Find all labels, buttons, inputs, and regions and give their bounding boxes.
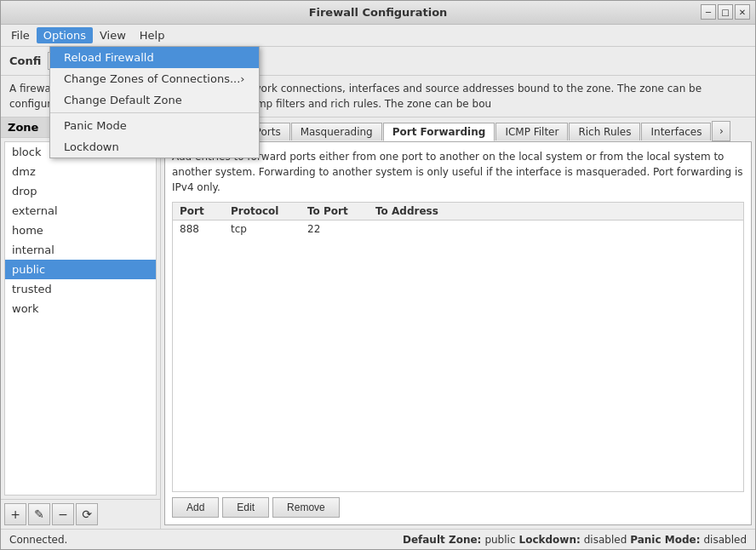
col-port: Port — [180, 205, 231, 217]
cell-to-address — [375, 223, 736, 235]
close-button[interactable]: ✕ — [735, 4, 750, 20]
add-button[interactable]: Add — [172, 497, 219, 518]
col-protocol: Protocol — [231, 205, 307, 217]
default-zone-value: public — [484, 534, 515, 546]
zone-entry-trusted[interactable]: trusted — [5, 279, 156, 299]
window-title: Firewall Configuration — [309, 6, 448, 19]
menu-item-lockdown-label: Lockdown — [64, 140, 119, 153]
zones-toolbar: + ✎ − ⟳ — [1, 499, 160, 529]
menu-file[interactable]: File — [4, 27, 37, 43]
lockdown-value: disabled — [584, 534, 627, 546]
tab-interfaces[interactable]: Interfaces — [641, 123, 711, 140]
zone-entry-home[interactable]: home — [5, 221, 156, 240]
default-zone-label: Default Zone: — [403, 534, 481, 546]
tab-masquerading[interactable]: Masquerading — [291, 123, 382, 140]
tabs-next-button[interactable]: › — [712, 121, 730, 141]
zones-panel: Zone blockdmzdropexternalhomeinternalpub… — [1, 117, 161, 529]
action-buttons: Add Edit Remove — [172, 492, 744, 518]
tabs-panel: ‹ ServicesPortsMasqueradingPort Forwardi… — [161, 117, 755, 529]
zones-reload-button[interactable]: ⟳ — [76, 503, 98, 525]
tab-port-forwarding[interactable]: Port Forwarding — [383, 123, 495, 141]
remove-button[interactable]: Remove — [272, 497, 340, 518]
status-bar: Connected. Default Zone: public Lockdown… — [1, 529, 755, 549]
menu-item-panic-label: Panic Mode — [64, 119, 127, 132]
menu-options[interactable]: Options — [37, 27, 93, 43]
status-right: Default Zone: public Lockdown: disabled … — [403, 534, 747, 546]
menu-divider — [50, 112, 259, 113]
col-to-port: To Port — [307, 205, 375, 217]
zone-entry-drop[interactable]: drop — [5, 181, 156, 201]
table-row[interactable]: 888 tcp 22 — [173, 221, 743, 238]
menu-item-change-zones[interactable]: Change Zones of Connections... › — [50, 68, 259, 89]
zone-entry-external[interactable]: external — [5, 201, 156, 221]
submenu-arrow-icon: › — [240, 72, 244, 85]
zone-entry-public[interactable]: public — [5, 260, 156, 279]
zones-add-button[interactable]: + — [4, 503, 26, 525]
table-body: 888 tcp 22 — [173, 221, 743, 374]
port-forwarding-table: Port Protocol To Port To Address 888 tcp… — [172, 202, 744, 492]
zone-entry-work[interactable]: work — [5, 299, 156, 318]
lockdown-label: Lockdown: — [518, 534, 580, 546]
cell-port: 888 — [180, 223, 231, 235]
title-bar: Firewall Configuration ─ □ ✕ — [1, 1, 755, 25]
status-connected: Connected. — [9, 534, 67, 546]
menu-item-change-zones-label: Change Zones of Connections... — [64, 72, 240, 85]
zones-remove-button[interactable]: − — [52, 503, 74, 525]
table-header: Port Protocol To Port To Address — [173, 203, 743, 221]
col-to-address: To Address — [375, 205, 736, 217]
options-dropdown: Reload Firewalld Change Zones of Connect… — [49, 46, 260, 158]
menu-item-lockdown[interactable]: Lockdown — [50, 136, 259, 158]
window-controls: ─ □ ✕ — [701, 4, 750, 20]
cell-protocol: tcp — [231, 223, 307, 235]
tab-rich-rules[interactable]: Rich Rules — [569, 123, 640, 140]
zone-entry-internal[interactable]: internal — [5, 240, 156, 260]
zones-edit-button[interactable]: ✎ — [28, 503, 50, 525]
menu-view[interactable]: View — [93, 27, 133, 43]
menu-item-change-default-label: Change Default Zone — [64, 94, 182, 106]
menu-bar: File Options View Help — [1, 25, 755, 47]
menu-item-change-default[interactable]: Change Default Zone — [50, 89, 259, 111]
zones-list: blockdmzdropexternalhomeinternalpublictr… — [4, 141, 157, 496]
cell-to-port: 22 — [307, 223, 375, 235]
menu-item-reload[interactable]: Reload Firewalld — [50, 47, 259, 68]
tab-content: Add entries to forward ports either from… — [164, 142, 752, 525]
menu-item-reload-label: Reload Firewalld — [64, 51, 154, 64]
content-row: Zone blockdmzdropexternalhomeinternalpub… — [1, 117, 755, 529]
maximize-button[interactable]: □ — [718, 4, 733, 20]
menu-item-panic[interactable]: Panic Mode — [50, 115, 259, 136]
panic-mode-value: disabled — [703, 534, 747, 546]
edit-button[interactable]: Edit — [222, 497, 269, 518]
menu-help[interactable]: Help — [133, 27, 172, 43]
panic-mode-label: Panic Mode: — [630, 534, 700, 546]
minimize-button[interactable]: ─ — [701, 4, 716, 20]
zone-entry-dmz[interactable]: dmz — [5, 162, 156, 181]
main-window: Firewall Configuration ─ □ ✕ File Option… — [0, 0, 756, 550]
config-label: Confi — [9, 54, 41, 67]
tab-icmp-filter[interactable]: ICMP Filter — [495, 123, 568, 140]
